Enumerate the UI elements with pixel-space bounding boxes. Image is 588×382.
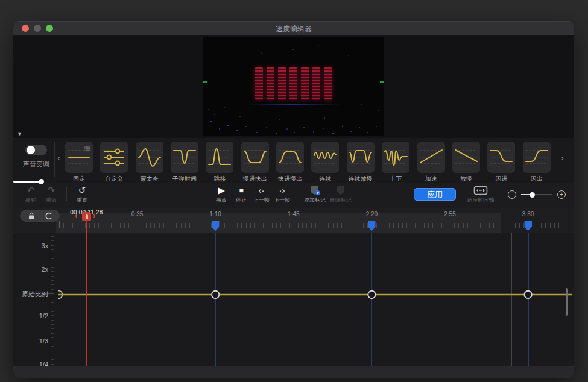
preset-label: 跳接 <box>202 175 237 183</box>
preset-label: 上下 <box>378 175 413 183</box>
preset-jump-cut-curve[interactable]: 跳接 <box>202 142 237 183</box>
slow-down-curve[interactable] <box>452 142 480 173</box>
preset-continuous-slow-curve[interactable]: 连续放慢 <box>343 142 378 183</box>
ruler-tick <box>359 223 359 228</box>
preset-accelerate-curve[interactable]: 加速 <box>414 142 449 183</box>
ruler-tick <box>203 223 203 228</box>
add-marker-button[interactable]: 添加标记 <box>304 185 326 204</box>
playhead-left-chevron-icon[interactable]: ‹ <box>75 211 77 220</box>
divider <box>54 142 55 177</box>
preset-scrollbar-knob[interactable] <box>39 179 44 184</box>
play-button[interactable]: ▶ 播放 <box>213 185 229 204</box>
lock-icon[interactable] <box>28 212 35 220</box>
fixed-speed-curve[interactable] <box>65 142 93 173</box>
ruler-tick <box>337 223 338 228</box>
preset-continuous-curve[interactable]: 连续 <box>308 142 343 183</box>
ruler-time-label: 3:30 <box>522 211 534 218</box>
preset-scroll-left-icon[interactable]: ‹ <box>57 152 60 163</box>
zoom-in-button[interactable]: + <box>557 190 566 199</box>
ruler-tick <box>220 223 220 228</box>
preset-fast-in-slow-out-curve[interactable]: 快进慢出 <box>273 142 308 183</box>
speed-keyframe[interactable] <box>368 291 375 298</box>
flash-out-curve[interactable] <box>523 142 551 173</box>
ruler-tick <box>381 223 381 228</box>
ruler-tick <box>507 223 507 228</box>
play-icon: ▶ <box>218 185 225 196</box>
bullet-time-curve[interactable] <box>171 142 198 173</box>
slow-in-fast-out-curve[interactable] <box>241 142 269 173</box>
ruler-tick <box>189 223 190 228</box>
timeline-ruler[interactable]: 0:351:101:452:202:553:30 00:00:11.28 ‹ › <box>13 208 574 233</box>
ruler-tick <box>98 223 99 228</box>
preset-slow-in-fast-out-curve[interactable]: 慢进快出 <box>238 142 273 183</box>
reset-button[interactable]: ↺ 重置 <box>74 185 90 204</box>
speed-curve[interactable] <box>13 233 574 366</box>
continuous-slow-curve[interactable] <box>347 142 375 173</box>
ruler-tick <box>533 223 533 228</box>
flash-in-curve[interactable] <box>487 142 515 173</box>
preset-fixed-speed-curve[interactable]: 固定 <box>62 142 96 183</box>
preset-scroll-right-icon[interactable]: › <box>561 152 564 163</box>
ruler-tick <box>363 223 364 228</box>
fit-timeline-button[interactable]: 适应时间轴 <box>463 186 499 204</box>
montage-curve[interactable] <box>136 142 163 173</box>
preset-scrollbar[interactable] <box>13 181 41 183</box>
ruler-tick <box>289 223 290 228</box>
preset-label: 快进慢出 <box>273 175 308 183</box>
zoom-out-button[interactable]: – <box>508 190 516 199</box>
ruler-tick <box>185 223 186 228</box>
next-frame-button[interactable]: ·› 下一帧 <box>274 185 290 204</box>
ruler-tick <box>250 223 251 228</box>
ruler-tick <box>298 223 299 228</box>
ruler-tick <box>111 223 112 228</box>
video-preview[interactable] <box>203 37 384 136</box>
jump-cut-curve[interactable] <box>206 142 233 173</box>
speed-graph[interactable]: 3x2x原始比例1/21/31/4 <box>13 233 574 366</box>
preset-bullet-time-curve[interactable]: 子弹时间 <box>167 142 202 183</box>
ruler-tick <box>315 223 316 228</box>
fit-timeline-icon <box>473 186 488 195</box>
preset-flash-out-curve[interactable]: 闪出 <box>519 142 554 183</box>
ruler-tick <box>133 223 133 228</box>
playhead-right-chevron-icon[interactable]: › <box>93 211 95 220</box>
pitch-toggle[interactable] <box>25 145 47 155</box>
lock-pill <box>20 210 60 222</box>
stage-light-tower <box>278 67 286 100</box>
continuous-curve[interactable] <box>311 142 339 173</box>
vertical-scrollbar[interactable] <box>566 288 568 316</box>
speed-keyframe[interactable] <box>524 291 531 298</box>
prev-frame-button[interactable]: ‹· 上一帧 <box>253 185 270 204</box>
ruler-tick <box>294 221 294 228</box>
playhead-handle[interactable] <box>82 212 91 221</box>
accelerate-curve[interactable] <box>417 142 445 173</box>
preset-slow-down-curve[interactable]: 放慢 <box>449 142 484 183</box>
timeline-marker[interactable] <box>524 221 532 231</box>
apply-button[interactable]: 应用 <box>414 188 456 201</box>
ruler-tick <box>437 223 437 228</box>
preset-montage-curve[interactable]: 蒙太奇 <box>132 142 167 183</box>
preview-section: ▼ <box>13 35 574 138</box>
disclosure-triangle-icon[interactable]: ▼ <box>17 131 22 137</box>
clip-band <box>56 213 501 233</box>
ruler-tick <box>489 223 490 228</box>
stop-button[interactable]: ■ 停止 <box>233 185 249 204</box>
preset-up-down-curve[interactable]: 上下 <box>378 142 413 183</box>
ruler-tick <box>346 223 346 228</box>
loop-icon[interactable] <box>43 212 52 220</box>
preset-flash-in-curve[interactable]: 闪进 <box>484 142 519 183</box>
custom-curve[interactable] <box>100 142 128 173</box>
fast-in-slow-out-curve[interactable] <box>276 142 304 173</box>
zoom-slider-knob[interactable] <box>530 192 535 198</box>
delete-marker-button: 删除标记 <box>330 185 352 204</box>
ruler-tick <box>324 223 324 228</box>
preset-label: 闪进 <box>484 175 519 183</box>
zoom-slider[interactable] <box>521 194 552 195</box>
up-down-curve[interactable] <box>382 142 409 173</box>
ruler-tick <box>241 223 242 228</box>
stage-light-tower <box>267 67 274 100</box>
playhead-line[interactable] <box>86 221 87 366</box>
ruler-tick <box>485 223 485 228</box>
preset-custom-curve[interactable]: 自定义 <box>96 142 131 183</box>
ruler-tick <box>376 223 377 228</box>
speed-keyframe[interactable] <box>212 291 219 298</box>
